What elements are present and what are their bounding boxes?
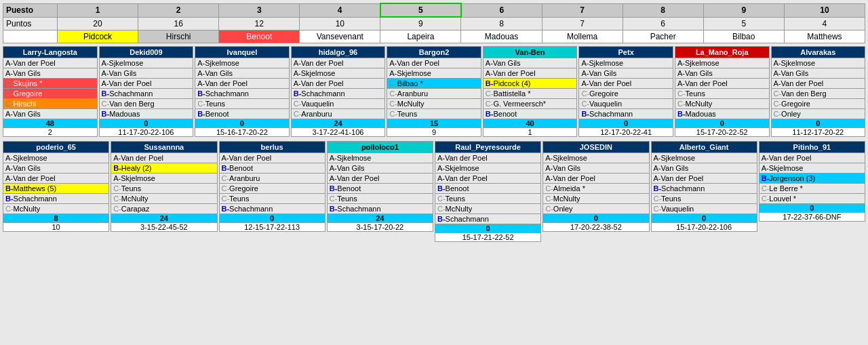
pick-row: A-Van Gils [579,68,673,79]
pick-row: A-Van der Poel [483,68,577,79]
player-header: Larry-Langosta [3,47,98,58]
pick-row: C-Hirschi [3,99,98,109]
pick-row: C-Aranburu [219,174,325,184]
player-table: JOSEDINA-SjkelmoseA-Van GilsA-Van der Po… [542,141,649,232]
score-cell: 40 [483,119,577,128]
pick-row: C-Teuns [327,194,433,204]
rider-8: Pacher [623,31,703,43]
player-header: JOSEDIN [543,142,649,153]
pick-row: C-Gregoire [3,89,98,99]
pos-7: 7 [542,3,623,17]
pick-row: C-Onley [543,204,649,214]
pick-row: C-McNulty [435,204,541,214]
player-section: PetxA-SjkelmoseA-Van GilsA-Van der PoelC… [578,46,673,137]
pos-4: 4 [300,3,380,17]
player-table: AlvarakasA-SjkelmoseA-Van GilsA-Van der … [771,46,866,137]
pos-3: 3 [219,3,300,17]
player-section: Bargon2A-Van der PoelA-SkjelmoseC-Bilbao… [387,46,481,137]
score-cell: 0 [435,224,541,233]
stat-cell: 12-15-17-22-113 [219,223,325,232]
pick-row: B-Madouas [99,109,193,119]
pick-row: C-Gregoire [579,89,673,99]
pick-row: A-Sjkelmose [579,58,673,68]
pick-row: B-Schachmann [3,194,109,204]
pick-row: A-Van der Poel [327,174,433,184]
pick-row: C-Gregoire [771,99,865,109]
player-section: Pitinho_91A-Van der PoelA-SkjelmoseB-Jor… [759,141,865,242]
rider-9: Bilbao [703,31,784,43]
pick-row: B-Schachmann [195,89,290,99]
pick-row: A-Van der Poel [675,79,769,89]
pick-row: C-Le Berre * [759,184,865,194]
pick-row: A-Sjkelmose [675,58,769,68]
score-cell: 15 [387,119,481,128]
pick-row: A-Van Gils [771,68,865,79]
player-section: berlusA-Van der PoelB-BenootC-AranburuC-… [219,141,326,242]
pick-row: C-McNulty [543,194,649,204]
player-section: IvanquelA-SjkelmoseA-Van GilsA-Van der P… [195,46,290,137]
score-cell: 48 [3,119,98,128]
score-cell: 0 [195,119,290,128]
stat-cell: 10 [3,223,109,232]
player-header: hidalgo_96 [291,47,385,58]
pick-row: A-Van der Poel [543,174,649,184]
pick-row: A-Van der Poel [3,174,109,184]
player-header: Van-Ben [483,47,577,58]
player-header: La_Mano_Roja [675,47,769,58]
score-cell: 8 [3,214,109,223]
pts-9: 5 [703,17,784,31]
player-header: berlus [219,142,325,153]
pick-row: C-McNulty [3,204,109,214]
pick-row: A-Skjelmose [759,163,865,174]
pts-1: 20 [58,17,138,31]
pick-row: C-Vauquelin [579,99,673,109]
stat-cell: 11-12-17-20-22 [771,128,865,137]
pick-row: A-Sjkelmose [3,153,109,163]
pick-row: A-Van Gils [99,68,193,79]
score-cell: 0 [651,214,757,223]
pick-row: C-McNulty [387,99,481,109]
pick-row: A-Skjelmose [291,68,385,79]
section2-container: poderio_65A-SjkelmoseA-Van GilsA-Van der… [3,141,865,242]
pts-4: 10 [300,17,380,31]
pick-row: C-Gregoire [219,184,325,194]
pick-row: C-Teuns [111,184,217,194]
player-table: IvanquelA-SjkelmoseA-Van GilsA-Van der P… [195,46,290,137]
pick-row: A-Van der Poel [291,58,385,68]
pts-7: 7 [542,17,623,31]
pick-row: A-Van der Poel [651,174,757,184]
pos-8: 8 [623,3,703,17]
pick-row: C-Van den Berg [771,89,865,99]
rider-3: Benoot [219,31,300,43]
pos-5: 5 [380,3,461,17]
player-header: Bargon2 [387,47,481,58]
player-table: poderio_65A-SjkelmoseA-Van GilsA-Van der… [3,141,109,232]
score-cell: 24 [291,119,385,128]
player-table: SussannnaA-Van der PoelB-Healy (2)A-Skje… [111,141,217,232]
pick-row: C-G. Vermeersch* [483,99,577,109]
player-table: Bargon2A-Van der PoelA-SkjelmoseC-Bilbao… [387,46,481,137]
player-table: hidalgo_96A-Van der PoelA-SkjelmoseA-Van… [291,46,386,137]
pick-row: A-Van Gils [195,68,290,79]
pick-row: A-Skjelmose [387,68,481,79]
score-cell: 0 [771,119,865,128]
player-header: Alberto_Giant [651,142,757,153]
pick-row: A-Van der Poel [195,79,290,89]
player-section: La_Mano_RojaA-SjkelmoseA-Van GilsA-Van d… [675,46,770,137]
pick-row: A-Sjkelmose [771,58,865,68]
position-row: Puesto 1 2 3 4 5 6 7 8 9 10 [3,3,865,17]
player-section: Raul_PeyresourdeA-Van der PoelA-Skjelmos… [435,141,541,242]
pos-10: 10 [784,3,865,17]
pick-row: C-Teuns [219,194,325,204]
pick-row: A-Van der Poel [3,58,98,68]
stat-cell: 15-17-20-22-106 [651,223,757,232]
pick-row: C-Battistella * [483,89,577,99]
pts-2: 16 [138,17,219,31]
pts-6: 8 [461,17,542,31]
pick-row: A-Skjelmose [435,163,541,174]
player-header: Petx [579,47,673,58]
score-cell: 0 [543,214,649,223]
player-table: berlusA-Van der PoelB-BenootC-AranburuC-… [219,141,326,232]
player-table: Van-BenA-Van GilsA-Van der PoelB-Pidcock… [483,46,578,137]
pick-row: A-Skjelmose [111,174,217,184]
